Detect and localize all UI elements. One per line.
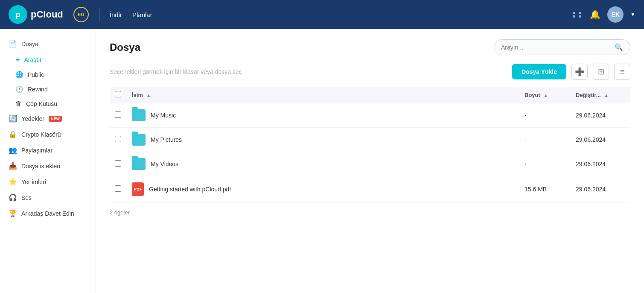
search-input[interactable] <box>501 44 611 51</box>
table-row[interactable]: My Videos-29.06.2024 <box>110 152 630 176</box>
trash-icon: 🗑 <box>15 100 22 107</box>
sidebar-item-public[interactable]: 🌐 Public <box>0 67 96 82</box>
sidebar: 📄 Dosya ≡ Araştır 🌐 Public 🕐 Rewind 🗑 Çö… <box>0 29 96 293</box>
header-nav: İndir Planlar <box>110 11 152 18</box>
col-size[interactable]: Boyut ▲ <box>519 87 571 103</box>
sidebar-item-crypto[interactable]: 🔒 Crypto Klasörü <box>0 126 96 142</box>
row-size: - <box>519 152 571 176</box>
row-name: My Pictures <box>127 128 519 152</box>
pdf-icon: PDF <box>132 182 144 196</box>
sidebar-label-dosya: Dosya <box>21 41 38 47</box>
backup-icon: 🔄 <box>9 114 17 123</box>
notifications-icon[interactable]: 🔔 <box>590 9 600 20</box>
sidebar-item-rewind[interactable]: 🕐 Rewind <box>0 82 96 97</box>
row-size: 15.6 MB <box>519 176 571 202</box>
row-size: - <box>519 128 571 152</box>
add-folder-icon: ➕ <box>575 67 584 76</box>
row-checkbox[interactable] <box>115 185 121 192</box>
search-icon: 🔍 <box>615 43 623 51</box>
nav-planlar[interactable]: Planlar <box>132 11 152 18</box>
list-icon: ≡ <box>15 55 20 64</box>
add-folder-button[interactable]: ➕ <box>571 64 588 80</box>
file-name: My Pictures <box>151 136 182 143</box>
folder-icon <box>132 109 146 121</box>
table-header: İsim ▲ Boyut ▲ Değiştir... ▲ <box>110 87 630 103</box>
nav-indir[interactable]: İndir <box>110 11 122 18</box>
row-date: 29.06.2024 <box>571 103 630 128</box>
sidebar-label-dosya-istekleri: Dosya istekleri <box>21 163 60 170</box>
row-checkbox[interactable] <box>115 111 121 118</box>
sidebar-item-arastir[interactable]: ≡ Araştır <box>0 52 96 67</box>
row-size: - <box>519 103 571 128</box>
content-header: Dosya 🔍 <box>110 39 630 55</box>
sidebar-item-cop[interactable]: 🗑 Çöp Kutusu <box>0 97 96 111</box>
sidebar-label-arkadaslar: Arkadaş Davet Edin <box>21 210 74 217</box>
avatar-dropdown-icon[interactable]: ▼ <box>630 12 635 18</box>
folder-icon <box>132 134 146 146</box>
sidebar-item-paylasimlar[interactable]: 👥 Paylaşımlar <box>0 142 96 158</box>
file-name: My Videos <box>151 161 178 167</box>
avatar[interactable]: EK <box>607 6 624 23</box>
table-row[interactable]: PDFGetting started with pCloud.pdf15.6 M… <box>110 176 630 202</box>
sidebar-item-ses[interactable]: 🎧 Ses <box>0 190 96 205</box>
logo-text: pCloud <box>31 9 63 20</box>
row-checkbox-cell <box>110 176 127 202</box>
row-checkbox-cell <box>110 128 127 152</box>
col-date[interactable]: Değiştir... ▲ <box>571 87 630 103</box>
row-date: 29.06.2024 <box>571 176 630 202</box>
file-icon: 📄 <box>9 40 17 48</box>
sidebar-label-crypto: Crypto Klasörü <box>21 131 61 138</box>
toolbar: Seçenekleri görmek için bir klasör veya … <box>110 64 630 80</box>
page-title: Dosya <box>110 41 140 53</box>
sidebar-item-dosya-istekleri[interactable]: 📥 Dosya istekleri <box>0 158 96 174</box>
content-area: Dosya 🔍 Seçenekleri görmek için bir klas… <box>96 29 644 293</box>
grid-view-icon: ⊞ <box>598 67 604 76</box>
sidebar-label-yedekler: Yedekler <box>21 115 44 122</box>
request-icon: 📥 <box>9 162 17 170</box>
clock-icon: 🕐 <box>15 85 23 93</box>
header-divider <box>99 8 99 21</box>
sidebar-label-yer-imleri: Yer imleri <box>21 179 46 185</box>
file-count: 2 öğeler <box>110 209 630 216</box>
select-all-cell <box>110 87 127 103</box>
toolbar-hint: Seçenekleri görmek için bir klasör veya … <box>110 68 507 75</box>
row-checkbox[interactable] <box>115 160 121 167</box>
grid-view-button[interactable]: ⊞ <box>593 64 609 80</box>
file-name: Getting started with pCloud.pdf <box>149 186 231 193</box>
name-sort-icon: ▲ <box>146 93 151 98</box>
select-all-checkbox[interactable] <box>115 91 121 97</box>
table-row[interactable]: My Pictures-29.06.2024 <box>110 128 630 152</box>
row-checkbox[interactable] <box>115 136 121 142</box>
new-badge: NEW <box>49 116 62 122</box>
sidebar-item-yedekler[interactable]: 🔄 Yedekler NEW <box>0 111 96 126</box>
grid-apps-icon[interactable] <box>573 12 583 18</box>
upload-button[interactable]: Dosya Yükle <box>512 64 566 79</box>
date-sort-icon: ▲ <box>604 93 609 98</box>
share-icon: 👥 <box>9 146 17 154</box>
row-name: My Videos <box>127 152 519 176</box>
header: p pCloud EU İndir Planlar 🔔 EK ▼ <box>0 0 644 29</box>
globe-icon: 🌐 <box>15 71 23 79</box>
col-name[interactable]: İsim ▲ <box>127 87 519 103</box>
sidebar-label-paylasimlar: Paylaşımlar <box>21 147 52 154</box>
header-right: 🔔 EK ▼ <box>573 6 635 23</box>
trophy-icon: 🏆 <box>9 209 17 217</box>
logo-letter: p <box>16 10 20 19</box>
row-date: 29.06.2024 <box>571 152 630 176</box>
row-checkbox-cell <box>110 152 127 176</box>
sidebar-item-arkadaslar[interactable]: 🏆 Arkadaş Davet Edin <box>0 205 96 221</box>
sort-button[interactable]: ≡ <box>614 64 630 80</box>
logo-area[interactable]: p pCloud <box>9 5 63 24</box>
sidebar-item-dosya[interactable]: 📄 Dosya <box>0 36 96 52</box>
sidebar-label-cop: Çöp Kutusu <box>26 100 57 107</box>
file-name: My Music <box>151 112 176 119</box>
table-row[interactable]: My Music-29.06.2024 <box>110 103 630 128</box>
file-table: İsim ▲ Boyut ▲ Değiştir... ▲ My Music-29… <box>110 87 630 202</box>
sidebar-item-yer-imleri[interactable]: ⭐ Yer imleri <box>0 174 96 190</box>
row-checkbox-cell <box>110 103 127 128</box>
sort-icon: ≡ <box>620 67 625 76</box>
headphone-icon: 🎧 <box>9 193 17 202</box>
lock-icon: 🔒 <box>9 130 17 138</box>
main-layout: 📄 Dosya ≡ Araştır 🌐 Public 🕐 Rewind 🗑 Çö… <box>0 29 644 293</box>
size-sort-icon: ▲ <box>543 93 548 98</box>
